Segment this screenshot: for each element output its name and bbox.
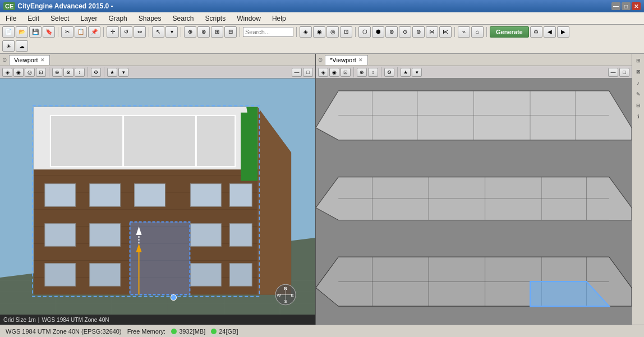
vt-render4[interactable]: ⊡ bbox=[36, 68, 46, 77]
svg-rect-26 bbox=[50, 116, 235, 167]
vt-sep1 bbox=[49, 67, 49, 77]
vt-render3[interactable]: ◎ bbox=[25, 68, 35, 77]
obj-btn3[interactable]: ⊛ bbox=[385, 26, 398, 38]
menu-select[interactable]: Select bbox=[45, 12, 75, 24]
tools-btn2[interactable]: ⌂ bbox=[471, 26, 484, 38]
svg-rect-30 bbox=[90, 184, 121, 207]
snap-button[interactable]: ⊕ bbox=[184, 26, 196, 38]
viewport-left-tab-close[interactable]: ✕ bbox=[40, 57, 45, 63]
align-button[interactable]: ⊞ bbox=[211, 26, 223, 38]
vtr-sep3 bbox=[397, 67, 398, 77]
vt-nav2[interactable]: ⊗ bbox=[63, 68, 73, 77]
obj-btn5[interactable]: ⊚ bbox=[412, 26, 425, 38]
cloud-button[interactable]: ☁ bbox=[16, 40, 28, 52]
toolbar-area: 📄 📂 💾 🔖 ✂ 📋 📌 ✛ ↺ ⇔ ↖ ▾ ⊕ ⊗ ⊞ ⊟ ◈ ◉ ◎ ⊡ … bbox=[0, 25, 644, 54]
vtr-settings[interactable]: ⚙ bbox=[384, 68, 394, 77]
obj-btn4[interactable]: ⊙ bbox=[399, 26, 411, 38]
vtr-bookmark[interactable]: ★ bbox=[401, 68, 411, 77]
cut-button[interactable]: ✂ bbox=[61, 26, 73, 38]
vt-render1[interactable]: ◈ bbox=[2, 68, 12, 77]
svg-rect-41 bbox=[229, 264, 252, 287]
main-area: ⊙ Viewport ✕ ◈ ◉ ◎ ⊡ ⊕ ⊗ ↕ ⚙ ★ ▾ — □ bbox=[0, 54, 644, 325]
gen-opt3[interactable]: ▶ bbox=[557, 26, 569, 38]
search-input[interactable] bbox=[243, 27, 293, 37]
menu-bar: File Edit Select Layer Graph Shapes Sear… bbox=[0, 12, 644, 25]
rs-btn5[interactable]: ⊟ bbox=[634, 101, 643, 110]
svg-rect-33 bbox=[229, 184, 252, 207]
menu-help[interactable]: Help bbox=[266, 12, 292, 24]
rs-btn3[interactable]: ♪ bbox=[634, 79, 643, 87]
vt-settings[interactable]: ⚙ bbox=[91, 68, 101, 77]
menu-layer[interactable]: Layer bbox=[75, 12, 103, 24]
viewport-right-tab[interactable]: *Viewport ✕ bbox=[325, 55, 368, 65]
vt-maximize[interactable]: □ bbox=[303, 68, 313, 77]
rs-btn4[interactable]: ✎ bbox=[634, 90, 643, 99]
magnet-button[interactable]: ⊗ bbox=[197, 26, 210, 38]
view-btn4[interactable]: ⊡ bbox=[340, 26, 352, 38]
viewport-right-canvas[interactable] bbox=[316, 79, 632, 325]
gen-opt2[interactable]: ◀ bbox=[544, 26, 556, 38]
free-memory-label: Free Memory: bbox=[127, 328, 165, 335]
viewport-left-canvas[interactable]: N S W E bbox=[0, 79, 315, 315]
menu-search[interactable]: Search bbox=[167, 12, 199, 24]
vt-nav3[interactable]: ↕ bbox=[75, 68, 85, 77]
minimize-button[interactable]: — bbox=[611, 2, 620, 10]
close-button[interactable]: ✕ bbox=[632, 2, 641, 10]
copy-button[interactable]: 📋 bbox=[75, 26, 87, 38]
viewport-right-tab-close[interactable]: ✕ bbox=[358, 57, 363, 63]
rs-btn6[interactable]: ℹ bbox=[634, 112, 643, 121]
vt-bookmark[interactable]: ★ bbox=[107, 68, 117, 77]
vt-render2[interactable]: ◉ bbox=[13, 68, 24, 77]
vtr-render3[interactable]: ⊡ bbox=[341, 68, 351, 77]
menu-graph[interactable]: Graph bbox=[103, 12, 132, 24]
save-as-button[interactable]: 🔖 bbox=[43, 26, 55, 38]
scale-button[interactable]: ⇔ bbox=[134, 26, 146, 38]
move-button[interactable]: ✛ bbox=[107, 26, 119, 38]
vt-minimize[interactable]: — bbox=[292, 68, 302, 77]
menu-window[interactable]: Window bbox=[231, 12, 266, 24]
view-btn2[interactable]: ◉ bbox=[313, 26, 325, 38]
gen-opt1[interactable]: ⚙ bbox=[530, 26, 542, 38]
menu-scripts[interactable]: Scripts bbox=[200, 12, 232, 24]
vtr-render2[interactable]: ◉ bbox=[329, 68, 339, 77]
tools-btn1[interactable]: ⌁ bbox=[458, 26, 470, 38]
vtr-maximize[interactable]: □ bbox=[619, 68, 629, 77]
vtr-minimize[interactable]: — bbox=[608, 68, 618, 77]
menu-shapes[interactable]: Shapes bbox=[133, 12, 167, 24]
save-button[interactable]: 💾 bbox=[29, 26, 42, 38]
select-dropdown[interactable]: ▾ bbox=[165, 26, 178, 38]
obj-btn2[interactable]: ⬢ bbox=[372, 26, 384, 38]
view-btn1[interactable]: ◈ bbox=[300, 26, 312, 38]
maximize-button[interactable]: □ bbox=[622, 2, 631, 10]
new-button[interactable]: 📄 bbox=[2, 26, 15, 38]
select-tool[interactable]: ↖ bbox=[152, 26, 164, 38]
open-button[interactable]: 📂 bbox=[16, 26, 28, 38]
title-bar: CE CityEngine Advanced 2015.0 - — □ ✕ bbox=[0, 0, 644, 12]
rotate-button[interactable]: ↺ bbox=[120, 26, 132, 38]
sun-button[interactable]: ☀ bbox=[2, 40, 15, 52]
rs-btn1[interactable]: ⊞ bbox=[634, 56, 643, 65]
menu-edit[interactable]: Edit bbox=[22, 12, 45, 24]
view-btn3[interactable]: ◎ bbox=[326, 26, 339, 38]
viewport-left-tab-label: Viewport bbox=[14, 57, 38, 63]
memory1-container: 3932[MB] bbox=[171, 328, 205, 335]
obj-btn7[interactable]: ⋉ bbox=[439, 26, 452, 38]
vt-nav1[interactable]: ⊕ bbox=[52, 68, 62, 77]
vtr-render1[interactable]: ◈ bbox=[318, 68, 328, 77]
viewport-right-tabbar: ⊙ *Viewport ✕ bbox=[316, 54, 632, 66]
svg-point-48 bbox=[171, 294, 176, 300]
obj-btn1[interactable]: ⬡ bbox=[358, 26, 371, 38]
paste-button[interactable]: 📌 bbox=[88, 26, 100, 38]
menu-file[interactable]: File bbox=[0, 12, 22, 24]
sep4 bbox=[181, 27, 181, 37]
grid-button[interactable]: ⊟ bbox=[224, 26, 237, 38]
viewport-left-tab[interactable]: Viewport ✕ bbox=[9, 55, 50, 65]
status-bar: WGS 1984 UTM Zone 40N (EPSG:32640) Free … bbox=[0, 325, 644, 337]
vt-bookmark-drop[interactable]: ▾ bbox=[118, 68, 128, 77]
vtr-nav2[interactable]: ↕ bbox=[368, 68, 378, 77]
rs-btn2[interactable]: ⊠ bbox=[634, 67, 643, 76]
obj-btn6[interactable]: ⋈ bbox=[426, 26, 438, 38]
generate-button[interactable]: Generate bbox=[490, 26, 529, 38]
vtr-bookmark-drop[interactable]: ▾ bbox=[412, 68, 422, 77]
vtr-nav1[interactable]: ⊕ bbox=[357, 68, 367, 77]
